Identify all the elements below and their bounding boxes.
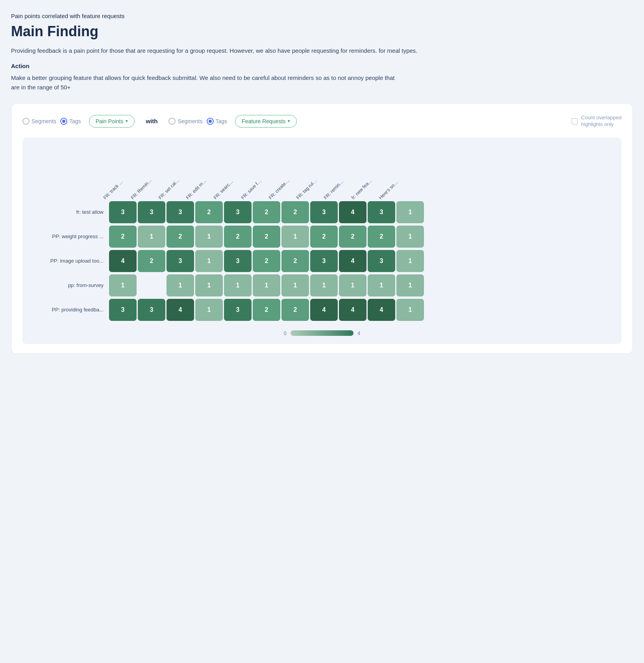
- pain-points-dropdown[interactable]: Pain Points ▾: [89, 115, 135, 128]
- col-header: Here's something ...: [385, 147, 412, 198]
- right-segments-option[interactable]: Segments: [168, 118, 202, 125]
- matrix-cell: 3: [224, 201, 252, 223]
- matrix-cell: 4: [339, 201, 366, 223]
- matrix-cell: 2: [253, 201, 280, 223]
- matrix-cell: 3: [167, 250, 194, 272]
- matrix-cell: 2: [281, 250, 309, 272]
- right-segments-label: Segments: [178, 118, 202, 124]
- col-header: FR: Reminders for...: [137, 147, 164, 198]
- matrix-cell: 2: [281, 299, 309, 321]
- table-row: PP: image upload too...42313223431: [30, 250, 614, 272]
- col-header: FR: tag rule test: [302, 147, 329, 198]
- left-radio-group: Segments Tags: [22, 118, 81, 125]
- matrix-cell: 1: [396, 201, 424, 223]
- col-header: FR: edit meal tim...: [192, 147, 219, 198]
- col-header: FR: track water visual timeline: [109, 147, 137, 198]
- matrix-cell: [138, 274, 165, 296]
- matrix-cell: 3: [224, 250, 252, 272]
- left-tags-radio[interactable]: [60, 118, 67, 125]
- matrix-cell: 2: [138, 250, 165, 272]
- matrix-cell: 2: [339, 226, 366, 248]
- matrix-cell: 2: [253, 299, 280, 321]
- matrix-cell: 2: [224, 226, 252, 248]
- matrix-cell: 2: [310, 226, 338, 248]
- left-segments-label: Segments: [31, 118, 56, 124]
- right-tags-radio[interactable]: [207, 118, 214, 125]
- matrix-cell: 1: [310, 274, 338, 296]
- matrix-cell: 1: [396, 226, 424, 248]
- page-subtitle: Pain points correlated with feature requ…: [11, 13, 633, 19]
- matrix-cell: 1: [281, 274, 309, 296]
- matrix-cell: 2: [195, 201, 223, 223]
- feature-requests-dropdown[interactable]: Feature Requests ▾: [235, 115, 297, 128]
- right-tags-label: Tags: [216, 118, 228, 124]
- matrix-cell: 1: [195, 250, 223, 272]
- matrix-cell: 2: [368, 226, 395, 248]
- legend-max: 4: [357, 330, 360, 336]
- matrix-cell: 3: [310, 201, 338, 223]
- matrix-cell: 4: [339, 250, 366, 272]
- matrix-cell: 1: [396, 299, 424, 321]
- col-headers-row: FR: track water visual timelineFR: Remin…: [109, 147, 614, 198]
- count-overlap-checkbox[interactable]: [572, 118, 578, 124]
- col-header: FR: search for pl...: [219, 147, 247, 198]
- action-label: Action: [11, 63, 633, 69]
- matrix-cell: 3: [138, 299, 165, 321]
- matrix-cell: 2: [167, 226, 194, 248]
- col-header: fr: new feature r...: [357, 147, 385, 198]
- with-label: with: [146, 118, 157, 124]
- table-row: pp: from-survey1111111111: [30, 274, 614, 296]
- matrix-cell: 1: [396, 250, 424, 272]
- matrix-cell: 4: [167, 299, 194, 321]
- matrix-cell: 3: [138, 201, 165, 223]
- matrix-cell: 1: [138, 226, 165, 248]
- matrix-cell: 2: [281, 201, 309, 223]
- main-finding-title: Main Finding: [11, 23, 633, 40]
- matrix-cell: 1: [195, 299, 223, 321]
- row-label: PP: weight progress ...: [30, 233, 109, 239]
- grid-area: FR: track water visual timelineFR: Remin…: [22, 137, 622, 344]
- matrix-cell: 1: [281, 226, 309, 248]
- matrix-cell: 3: [368, 201, 395, 223]
- matrix-cell: 1: [224, 274, 252, 296]
- left-segments-radio[interactable]: [22, 118, 30, 125]
- count-overlap-label: Count overlappedhighlights only: [581, 115, 622, 128]
- matrix-cell: 4: [339, 299, 366, 321]
- table-row: PP: providing feedba...33413224441: [30, 299, 614, 321]
- col-header: FR: set calorie t...: [164, 147, 192, 198]
- col-header: FR: save food pla...: [247, 147, 274, 198]
- table-row: PP: weight progress ...21212212221: [30, 226, 614, 248]
- left-tags-label: Tags: [69, 118, 81, 124]
- matrix-cell: 1: [368, 274, 395, 296]
- matrix-cell: 2: [253, 226, 280, 248]
- matrix-cell: 1: [396, 274, 424, 296]
- chevron-down-icon: ▾: [126, 119, 128, 124]
- matrix-cell: 1: [339, 274, 366, 296]
- table-row: fr: test allow33323223431: [30, 201, 614, 223]
- matrix-cell: 4: [368, 299, 395, 321]
- row-label: pp: from-survey: [30, 282, 109, 288]
- matrix-cell: 2: [109, 226, 137, 248]
- left-segments-option[interactable]: Segments: [22, 118, 56, 125]
- matrix-cell: 3: [109, 201, 137, 223]
- feature-requests-label: Feature Requests: [242, 118, 285, 124]
- matrix-cell: 1: [253, 274, 280, 296]
- matrix-cell: 1: [167, 274, 194, 296]
- left-tags-option[interactable]: Tags: [60, 118, 81, 125]
- main-description: Providing feedback is a pain point for t…: [11, 46, 424, 56]
- chevron-down-icon-2: ▾: [288, 119, 290, 124]
- matrix-container: FR: track water visual timelineFR: Remin…: [30, 147, 614, 323]
- matrix-cell: 4: [109, 250, 137, 272]
- col-header: FR: reminders for...: [329, 147, 357, 198]
- row-label: PP: providing feedba...: [30, 307, 109, 313]
- main-card: Segments Tags Pain Points ▾ with Segment…: [11, 103, 633, 354]
- right-tags-option[interactable]: Tags: [207, 118, 228, 125]
- gradient-bar: [291, 330, 353, 336]
- pain-points-label: Pain Points: [96, 118, 124, 124]
- legend-row: 0 4: [30, 330, 614, 336]
- matrix-cell: 1: [195, 226, 223, 248]
- matrix-cell: 4: [310, 299, 338, 321]
- right-segments-radio[interactable]: [168, 118, 176, 125]
- matrix-cell: 3: [224, 299, 252, 321]
- row-label: PP: image upload too...: [30, 258, 109, 264]
